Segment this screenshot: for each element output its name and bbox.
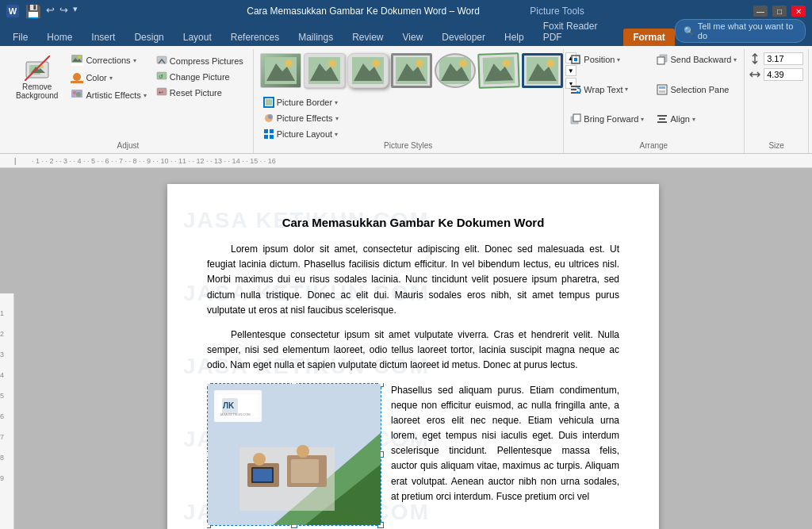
- pic-styles-label: Picture Styles: [260, 141, 557, 151]
- corrections-label: Corrections: [86, 56, 130, 65]
- tab-help[interactable]: Help: [495, 29, 534, 46]
- tab-developer[interactable]: Developer: [432, 29, 495, 46]
- change-picture-button[interactable]: ↺ Change Picture: [153, 70, 247, 84]
- tab-review[interactable]: Review: [343, 29, 393, 46]
- svg-rect-49: [574, 58, 577, 61]
- tab-file[interactable]: File: [3, 29, 37, 46]
- align-button[interactable]: Align ▾: [653, 112, 740, 126]
- bring-forward-button[interactable]: Bring Forward ▾: [567, 112, 647, 126]
- svg-rect-46: [264, 135, 268, 139]
- color-label: Color: [86, 73, 106, 82]
- wrap-text-button[interactable]: Wrap Text ▾: [567, 82, 647, 97]
- bring-fwd-label: Bring Forward: [584, 114, 638, 124]
- compress-button[interactable]: Compress Pictures: [153, 54, 247, 68]
- svg-point-73: [253, 453, 266, 466]
- svg-rect-41: [266, 99, 272, 105]
- height-input[interactable]: [764, 52, 803, 65]
- pic-layout-dropdown[interactable]: ▾: [335, 131, 338, 138]
- selection-pane-button[interactable]: Selection Pane: [653, 82, 740, 97]
- maximize-button[interactable]: □: [772, 6, 787, 17]
- tab-layout[interactable]: Layout: [174, 29, 221, 46]
- svg-point-27: [372, 59, 380, 67]
- pic-border-dropdown[interactable]: ▾: [335, 99, 338, 106]
- paragraph-1: Lorem ipsum dolor sit amet, consectetur …: [207, 242, 619, 318]
- position-button[interactable]: Position ▾: [567, 52, 647, 67]
- tab-insert[interactable]: Insert: [82, 29, 124, 46]
- svg-text:↺: ↺: [159, 74, 163, 79]
- svg-rect-57: [659, 90, 665, 93]
- pic-style-7[interactable]: [522, 53, 563, 88]
- change-icon: ↺: [156, 71, 167, 82]
- tab-format[interactable]: Format: [623, 29, 675, 46]
- color-dropdown[interactable]: ▾: [109, 75, 113, 82]
- tab-design[interactable]: Design: [124, 29, 173, 46]
- save-icon[interactable]: 💾: [25, 4, 41, 19]
- height-row: [749, 52, 803, 65]
- document-page: JASA KETIKUN COM JASA KETIKUN COM JASA K…: [167, 184, 659, 529]
- corrections-button[interactable]: Corrections ▾: [67, 52, 149, 68]
- pic-style-4[interactable]: [391, 53, 432, 88]
- width-input[interactable]: [764, 68, 803, 81]
- svg-point-12: [73, 91, 76, 94]
- pic-effects-dropdown[interactable]: ▾: [335, 115, 339, 122]
- send-backward-button[interactable]: Send Backward ▾: [653, 52, 740, 67]
- tab-mailings[interactable]: Mailings: [289, 29, 343, 46]
- arrange-content: Position ▾ Send Backward ▾ Wrap Text ▾ S…: [567, 52, 740, 141]
- horizontal-ruler: | · 1 · · 2 · · 3 · · 4 · · 5 · · 6 · · …: [0, 154, 812, 168]
- tab-view[interactable]: View: [393, 29, 433, 46]
- pic-style-3[interactable]: [347, 53, 389, 88]
- pic-border-label: Picture Border: [277, 98, 332, 107]
- tab-home[interactable]: Home: [37, 29, 82, 46]
- svg-point-43: [268, 114, 273, 119]
- color-icon: [71, 71, 83, 84]
- pic-layout-icon: [263, 128, 274, 140]
- document-title: Cara Memasukkan Gambar Ke Dokumen Word: [207, 216, 619, 229]
- undo-icon[interactable]: ↩: [46, 4, 55, 19]
- pic-layout-label: Picture Layout: [277, 129, 332, 139]
- pic-style-2[interactable]: [304, 53, 345, 88]
- tab-foxit[interactable]: Foxit Reader PDF: [534, 17, 623, 46]
- svg-rect-44: [264, 129, 268, 133]
- sel-pane-icon: [657, 84, 668, 95]
- adjust-col: Corrections ▾ Color ▾: [67, 52, 149, 103]
- picture-border-button[interactable]: Picture Border ▾: [260, 95, 342, 109]
- remove-background-button[interactable]: Remove Background: [10, 52, 64, 103]
- pic-style-1[interactable]: [260, 53, 301, 88]
- svg-rect-61: [659, 118, 665, 120]
- svg-rect-51: [657, 57, 665, 64]
- reset-picture-button[interactable]: ↩ Reset Picture: [153, 86, 247, 100]
- tab-references[interactable]: References: [221, 29, 289, 46]
- svg-rect-55: [657, 85, 667, 94]
- minimize-button[interactable]: —: [753, 6, 768, 17]
- artistic-label: Artistic Effects: [86, 90, 140, 100]
- pic-style-5[interactable]: [435, 53, 476, 88]
- svg-rect-59: [573, 114, 580, 121]
- corrections-dropdown[interactable]: ▾: [133, 57, 136, 64]
- arrange-label: Arrange: [640, 141, 668, 151]
- send-back-label: Send Backward: [670, 55, 731, 64]
- selected-image[interactable]: ЛK JASA KETIKUN.COM: [207, 383, 381, 526]
- wrap-icon: [570, 84, 581, 95]
- ribbon: Remove Background Corrections ▾: [0, 46, 812, 154]
- change-label: Change Picture: [170, 72, 230, 82]
- color-button[interactable]: Color ▾: [67, 70, 149, 86]
- pic-style-6[interactable]: [477, 52, 520, 89]
- arrange-group: Position ▾ Send Backward ▾ Wrap Text ▾ S…: [564, 49, 745, 153]
- tell-me-box[interactable]: 🔍 Tell me what you want to do: [675, 19, 806, 43]
- page-scroll-area[interactable]: JASA KETIKUN COM JASA KETIKUN COM JASA K…: [14, 168, 812, 529]
- svg-rect-10: [71, 81, 83, 83]
- close-button[interactable]: ✕: [791, 6, 806, 17]
- image-content: ЛK JASA KETIKUN.COM: [208, 384, 381, 525]
- picture-effects-button[interactable]: Picture Effects ▾: [260, 111, 342, 125]
- svg-rect-62: [657, 121, 667, 123]
- artistic-effects-button[interactable]: Artistic Effects ▾: [67, 87, 149, 103]
- picture-styles-group: ▲ ▼ ▾ Picture Border ▾ Picture Effects ▾: [254, 49, 564, 153]
- adjust-group-content: Remove Background Corrections ▾: [10, 52, 247, 141]
- search-icon: 🔍: [684, 26, 695, 36]
- picture-layout-button[interactable]: Picture Layout ▾: [260, 127, 342, 141]
- width-icon: [749, 69, 760, 80]
- redo-icon[interactable]: ↪: [59, 4, 68, 19]
- pic-effects-icon: [263, 113, 274, 124]
- artistic-dropdown[interactable]: ▾: [144, 92, 147, 99]
- corrections-icon: [71, 54, 83, 67]
